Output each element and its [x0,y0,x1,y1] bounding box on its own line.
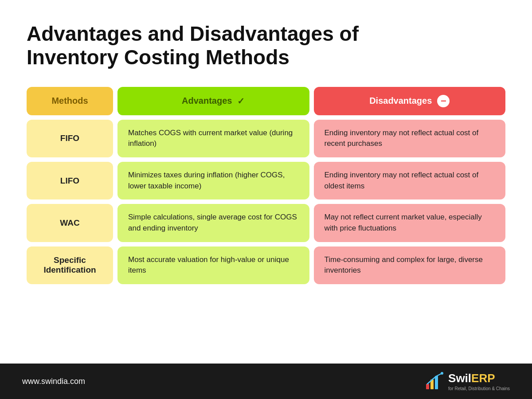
advantage-cell-wac: Simple calculations, single average cost… [117,204,309,242]
disadvantage-text-fifo: Ending inventory may not reflect actual … [325,128,495,149]
table-row: WAC Simple calculations, single average … [27,204,505,242]
logo-tagline: for Retail, Distribution & Chains [448,386,510,391]
svg-rect-2 [435,376,438,389]
disadvantage-cell-lifo: Ending inventory may not reflect actual … [314,162,506,200]
advantage-text-wac: Simple calculations, single average cost… [128,212,299,234]
advantage-cell-specific: Most accurate valuation for high-value o… [117,246,309,284]
table-row: Specific Identification Most accurate va… [27,246,505,284]
main-content: Advantages and Disadvantages of Inventor… [0,0,532,364]
disadvantage-text-wac: May not reflect current market value, es… [325,212,495,234]
disadvantage-text-specific: Time-consuming and complex for large, di… [325,254,495,276]
method-label-wac: WAC [60,218,79,228]
table-row: FIFO Matches COGS with current market va… [27,120,505,157]
footer: www.swindia.com Swil ERP for Retail, Dis… [0,364,532,399]
method-label-fifo: FIFO [60,133,79,143]
method-label-specific: Specific Identification [35,255,104,275]
checkmark-icon: ✓ [237,96,245,106]
table-container: Methods Advantages ✓ Disadvantages − FIF… [27,87,505,350]
method-label-lifo: LIFO [60,176,79,186]
advantage-cell-lifo: Minimizes taxes during inflation (higher… [117,162,309,200]
svg-point-3 [441,372,443,375]
method-cell-fifo: FIFO [27,120,113,157]
disadvantage-cell-wac: May not reflect current market value, es… [314,204,506,242]
swilerp-logo-icon [424,372,444,391]
header-methods-cell: Methods [27,87,113,115]
footer-url: www.swindia.com [22,377,85,386]
table-header: Methods Advantages ✓ Disadvantages − [27,87,505,115]
advantage-text-specific: Most accurate valuation for high-value o… [128,254,299,276]
advantage-text-lifo: Minimizes taxes during inflation (higher… [128,170,299,192]
method-cell-wac: WAC [27,204,113,242]
page-title: Advantages and Disadvantages of Inventor… [27,22,505,69]
table-row: LIFO Minimizes taxes during inflation (h… [27,162,505,200]
advantages-label: Advantages [182,96,232,106]
method-cell-specific: Specific Identification [27,246,113,284]
logo-swil-text: Swil [448,372,471,385]
logo-text-block: Swil ERP for Retail, Distribution & Chai… [448,372,510,391]
header-disadvantages-cell: Disadvantages − [314,87,506,115]
svg-rect-0 [426,384,429,389]
advantage-cell-fifo: Matches COGS with current market value (… [117,120,309,157]
disadvantages-label: Disadvantages [369,96,432,106]
logo-container: Swil ERP for Retail, Distribution & Chai… [424,372,510,391]
advantage-text-fifo: Matches COGS with current market value (… [128,128,299,149]
method-cell-lifo: LIFO [27,162,113,200]
methods-label: Methods [51,96,88,106]
logo-erp-text: ERP [471,372,495,385]
disadvantage-cell-fifo: Ending inventory may not reflect actual … [314,120,506,157]
logo-text: Swil ERP [448,372,510,385]
disadvantage-cell-specific: Time-consuming and complex for large, di… [314,246,506,284]
disadvantage-text-lifo: Ending inventory may not reflect actual … [325,170,495,192]
header-advantages-cell: Advantages ✓ [117,87,309,115]
minus-icon: − [437,95,450,107]
